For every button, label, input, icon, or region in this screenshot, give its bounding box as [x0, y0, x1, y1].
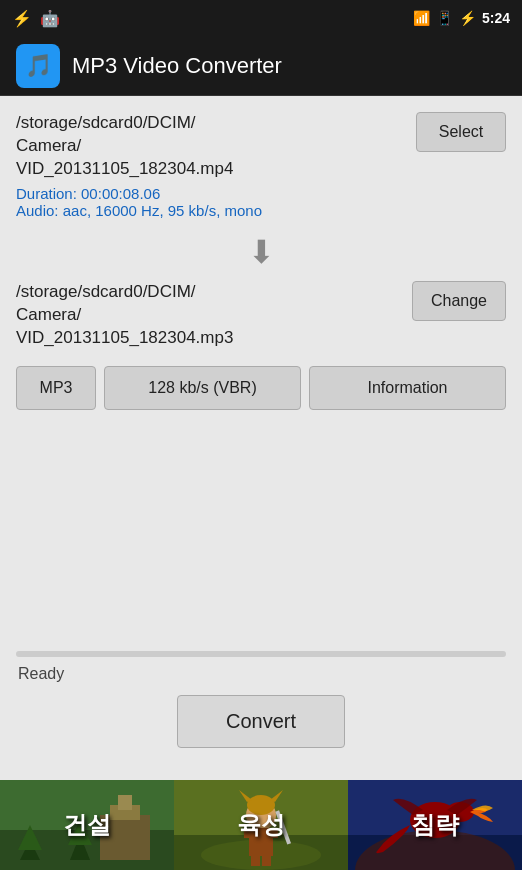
mp3-format-button[interactable]: MP3 [16, 366, 96, 410]
convert-button[interactable]: Convert [177, 695, 345, 748]
output-file-section: /storage/sdcard0/DCIM/ Camera/ VID_20131… [16, 281, 506, 350]
signal-icon: 📱 [436, 10, 453, 26]
clock: 5:24 [482, 10, 510, 26]
app-title: MP3 Video Converter [72, 53, 282, 79]
android-icon: 🤖 [40, 9, 60, 28]
spacer [16, 430, 506, 651]
ad-tile-3[interactable]: 침략 [348, 780, 522, 870]
down-arrow-icon: ⬇ [248, 233, 275, 271]
file-duration: Duration: 00:00:08.06 [16, 185, 404, 202]
svg-rect-17 [262, 854, 271, 866]
bitrate-button[interactable]: 128 kb/s (VBR) [104, 366, 301, 410]
select-button[interactable]: Select [416, 112, 506, 152]
wifi-icon: 📶 [413, 10, 430, 26]
convert-container: Convert [16, 695, 506, 748]
format-buttons-row: MP3 128 kb/s (VBR) Information [16, 366, 506, 410]
source-file-path: /storage/sdcard0/DCIM/ Camera/ VID_20131… [16, 112, 404, 181]
usb-icon: ⚡ [12, 9, 32, 28]
svg-rect-8 [118, 795, 132, 810]
change-button[interactable]: Change [412, 281, 506, 321]
progress-bar-container [16, 651, 506, 657]
ad-banner[interactable]: 건설 육성 [0, 780, 522, 870]
svg-rect-16 [251, 854, 260, 866]
status-text: Ready [16, 665, 506, 683]
status-bar-left: ⚡ 🤖 [12, 9, 60, 28]
status-bar: ⚡ 🤖 📶 📱 ⚡ 5:24 [0, 0, 522, 36]
file-audio: Audio: aac, 16000 Hz, 95 kb/s, mono [16, 202, 404, 219]
app-header: 🎵 MP3 Video Converter [0, 36, 522, 96]
source-file-section: /storage/sdcard0/DCIM/ Camera/ VID_20131… [16, 112, 506, 219]
arrow-container: ⬇ [16, 223, 506, 281]
ad-text-2: 육성 [237, 809, 285, 841]
app-logo: 🎵 [16, 44, 60, 88]
ad-tile-2[interactable]: 육성 [174, 780, 348, 870]
battery-icon: ⚡ [459, 10, 476, 26]
source-file-info: /storage/sdcard0/DCIM/ Camera/ VID_20131… [16, 112, 416, 219]
status-bar-right: 📶 📱 ⚡ 5:24 [413, 10, 510, 26]
ad-text-1: 건설 [63, 809, 111, 841]
ad-text-3: 침략 [411, 809, 459, 841]
progress-area: Ready [16, 651, 506, 683]
ad-tile-1[interactable]: 건설 [0, 780, 174, 870]
information-button[interactable]: Information [309, 366, 506, 410]
output-file-path: /storage/sdcard0/DCIM/ Camera/ VID_20131… [16, 281, 412, 350]
main-content: /storage/sdcard0/DCIM/ Camera/ VID_20131… [0, 96, 522, 780]
